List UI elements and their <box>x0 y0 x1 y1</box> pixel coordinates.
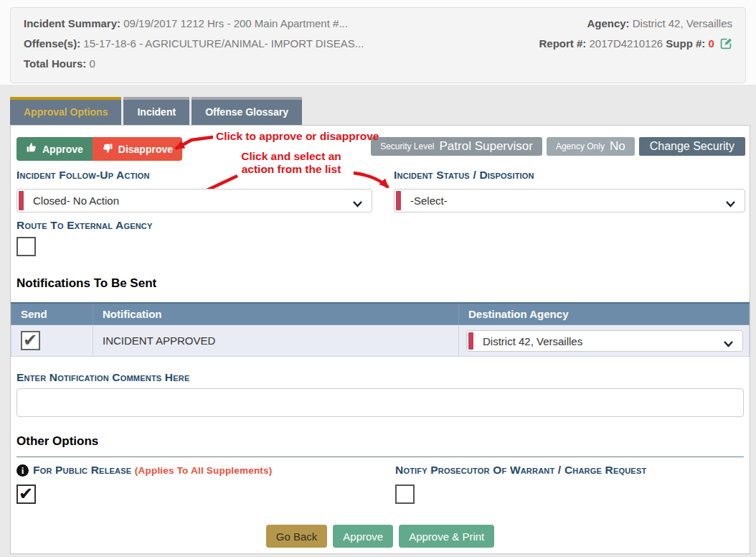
chevron-down-icon <box>352 197 363 210</box>
column-notification: Notification <box>93 303 459 325</box>
footer-button-bar: Go Back Approve Approve & Print <box>11 525 750 548</box>
notify-prosecutor-label: Notify Prosecutor Of Warrant / Charge Re… <box>395 464 646 477</box>
disapprove-button[interactable]: Disapprove <box>93 137 182 161</box>
follow-up-action-value: Closed- No Action <box>33 195 119 207</box>
approve-disapprove-group: Approve Disapprove <box>16 137 182 161</box>
route-external-checkbox[interactable]: ✔ <box>16 237 36 256</box>
incident-summary-label: Incident Summary: <box>24 17 121 29</box>
public-release-checkbox[interactable]: ✔ <box>16 485 36 504</box>
approve-print-button[interactable]: Approve & Print <box>399 525 494 548</box>
notification-comments-label: Enter Notification Comments Here <box>16 371 189 384</box>
annotation-select-action: Click and select an action from the list <box>230 150 353 176</box>
offenses-label: Offense(s): <box>24 37 80 50</box>
notifications-table: Send Notification Destination Agency ✔ I… <box>11 302 750 357</box>
security-level-label: Security Level <box>380 141 434 151</box>
incident-status-label: Incident Status / Disposition <box>394 169 534 182</box>
summary-right: Agency: District 42, Versailles Report #… <box>539 17 732 73</box>
edit-supplement-icon[interactable] <box>720 37 732 52</box>
total-hours-label: Total Hours: <box>24 57 86 70</box>
approve-button-label: Approve <box>42 144 83 155</box>
agency-label: Agency: <box>587 17 629 29</box>
column-destination: Destination Agency <box>459 303 750 325</box>
public-release-note: (Applies To All Supplements) <box>135 465 273 476</box>
destination-agency-value: District 42, Versailles <box>483 335 582 347</box>
report-number-label: Report #: <box>539 37 587 50</box>
tab-approval-options[interactable]: Approval Options <box>10 97 121 125</box>
table-header-row: Send Notification Destination Agency <box>11 303 750 325</box>
table-row: ✔ INCIDENT APPROVED District 42, Versail… <box>11 325 750 357</box>
supp-number-value: 0 <box>708 37 714 50</box>
offenses-value: 15-17-18-6 - AGRICULTURE/ANIMAL- IMPORT … <box>83 37 364 50</box>
supp-number-label: Supp #: <box>666 37 705 50</box>
agency-value: District 42, Versailles <box>633 17 732 29</box>
notification-name-cell: INCIDENT APPROVED <box>93 325 459 357</box>
column-send: Send <box>11 303 93 325</box>
thumbs-down-icon <box>102 142 113 156</box>
tab-offense-glossary[interactable]: Offense Glossary <box>192 97 302 125</box>
disapprove-button-label: Disapprove <box>118 144 173 155</box>
chevron-down-icon <box>723 337 734 350</box>
approval-toolbar: Approve Disapprove Security Level Patrol… <box>16 137 745 161</box>
incident-status-value: -Select- <box>410 195 448 207</box>
section-divider <box>16 457 744 457</box>
destination-agency-select[interactable]: District 42, Versailles <box>466 330 743 352</box>
total-hours-value: 0 <box>89 57 95 70</box>
checkmark-icon: ✔ <box>23 332 39 348</box>
approve-button[interactable]: Approve <box>16 137 93 161</box>
notifications-heading: Notifications To Be Sent <box>16 276 156 291</box>
tab-incident[interactable]: Incident <box>123 97 189 125</box>
annotation-approve: Click to approve or disapprove <box>216 130 379 143</box>
required-field-bar <box>468 332 473 350</box>
route-external-label: Route To External Agency <box>16 219 153 232</box>
public-release-label: For Public Release (Applies To All Suppl… <box>33 464 272 477</box>
notification-comments-input[interactable] <box>16 388 744 417</box>
thumbs-up-icon <box>26 142 37 156</box>
incident-approval-page: Incident Summary: 09/19/2017 1212 Hrs - … <box>0 0 756 557</box>
required-field-bar <box>396 191 401 210</box>
security-level-badge: Security Level Patrol Supervisor <box>371 137 542 156</box>
incident-summary-panel: Incident Summary: 09/19/2017 1212 Hrs - … <box>10 7 746 83</box>
checkmark-icon: ✔ <box>19 486 34 502</box>
change-security-label: Change Security <box>650 140 734 153</box>
tab-bar: Approval Options Incident Offense Glossa… <box>0 97 756 125</box>
notify-prosecutor-checkbox[interactable]: ✔ <box>395 485 415 504</box>
report-number-value: 2017D4210126 <box>590 37 663 50</box>
incident-status-select[interactable]: -Select- <box>394 189 745 212</box>
security-badges: Security Level Patrol Supervisor Agency … <box>371 137 745 156</box>
security-level-value: Patrol Supervisor <box>440 139 533 154</box>
follow-up-action-select[interactable]: Closed- No Action <box>16 189 372 212</box>
approval-options-panel: Approve Disapprove Security Level Patrol… <box>10 125 750 554</box>
header-zone: Incident Summary: 09/19/2017 1212 Hrs - … <box>0 0 756 85</box>
approve-footer-button[interactable]: Approve <box>333 525 393 548</box>
follow-up-action-label: Incident Follow-Up Action <box>16 169 150 182</box>
info-icon: i <box>16 464 29 477</box>
agency-only-value: No <box>610 139 625 154</box>
change-security-button[interactable]: Change Security <box>639 137 745 156</box>
chevron-down-icon <box>725 197 736 210</box>
other-options-heading: Other Options <box>16 434 98 449</box>
required-field-bar <box>19 191 24 210</box>
summary-left: Incident Summary: 09/19/2017 1212 Hrs - … <box>24 17 539 73</box>
go-back-button[interactable]: Go Back <box>266 525 328 548</box>
incident-summary-value: 09/19/2017 1212 Hrs - 200 Main Apartment… <box>123 17 348 29</box>
send-checkbox[interactable]: ✔ <box>21 331 40 350</box>
agency-only-label: Agency Only <box>556 141 605 151</box>
agency-only-badge: Agency Only No <box>547 137 635 156</box>
